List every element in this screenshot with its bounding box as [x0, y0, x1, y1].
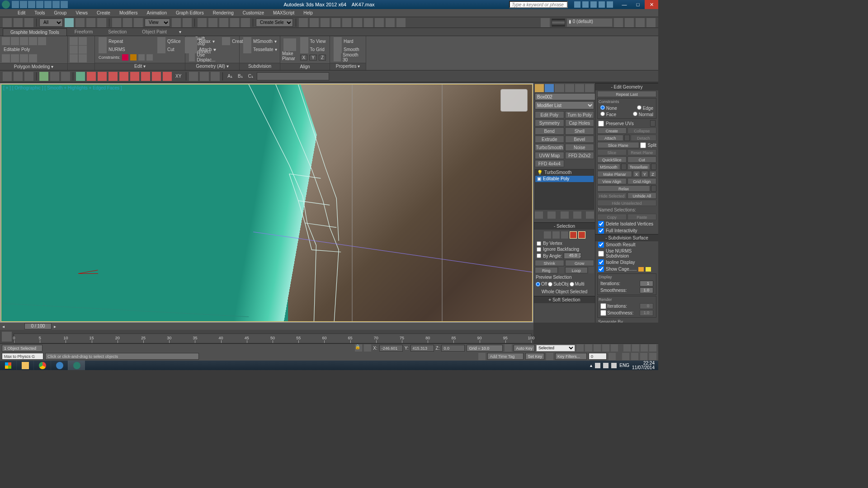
sel-polygon-icon[interactable]	[570, 231, 577, 239]
cut-button-panel[interactable]: Cut	[627, 156, 657, 163]
qat-dropdown-icon[interactable]	[61, 1, 68, 8]
viewcube[interactable]	[500, 89, 528, 112]
tray-expand-icon[interactable]: ▴	[590, 363, 592, 368]
named-selset-dropdown[interactable]: Create Selection Se	[256, 19, 293, 27]
viewalign-button[interactable]: View Align	[597, 178, 627, 184]
gridalign-button[interactable]: Grid Align	[627, 178, 657, 184]
menu-group[interactable]: Group	[50, 9, 71, 16]
attach-button[interactable]: Attach	[597, 135, 623, 141]
constraint-normal-radio[interactable]: Normal	[633, 112, 653, 117]
sel-border-icon[interactable]	[561, 231, 568, 239]
keyfilters-button[interactable]: Key Filters...	[555, 353, 587, 360]
poly-draw-icon[interactable]	[79, 46, 87, 54]
repeat-button[interactable]: Repeat	[97, 37, 155, 45]
menu-maxscript[interactable]: MAXScript	[269, 9, 298, 16]
close-button[interactable]: ✕	[645, 0, 658, 9]
qat-new-icon[interactable]	[12, 1, 19, 8]
mod-shell-button[interactable]: Shell	[565, 127, 594, 135]
smooth30-button[interactable]: Smooth 30	[332, 53, 364, 61]
mod-uvwmap-button[interactable]: UVW Map	[535, 152, 564, 159]
cut-button[interactable]: Cut	[156, 45, 182, 53]
axis-gizmo[interactable]	[78, 265, 105, 279]
label-c[interactable]: C₁	[246, 74, 255, 79]
display-tab[interactable]	[575, 84, 584, 92]
select-region-icon[interactable]	[86, 18, 95, 27]
menu-animation[interactable]: Animation	[142, 9, 170, 16]
disp-iter-spinner[interactable]: 1	[640, 281, 653, 286]
planar-z-button[interactable]: Z	[649, 171, 656, 177]
rotate-icon[interactable]	[123, 18, 132, 27]
namedsel-input[interactable]	[257, 72, 329, 80]
play-icon[interactable]	[594, 344, 601, 352]
assign-material-icon[interactable]	[614, 18, 623, 27]
material-slot[interactable]	[552, 19, 565, 27]
qat-save-icon[interactable]	[28, 1, 35, 8]
tessellate-button-panel[interactable]: Tessellate	[627, 164, 651, 170]
snaptool-1-icon[interactable]	[3, 72, 12, 81]
axis-x-icon[interactable]	[87, 72, 96, 81]
cage-color-1[interactable]	[638, 267, 644, 272]
coord-x[interactable]: -246.601	[379, 345, 403, 352]
preview-off-radio[interactable]: Off	[536, 282, 547, 286]
planar-x-button[interactable]: X	[633, 171, 640, 177]
goto-start-icon[interactable]	[576, 344, 584, 352]
generate-topo-icon[interactable]	[70, 46, 78, 54]
viewport-label[interactable]: [ + ] [ Orthographic ] [ Smooth + Highli…	[3, 85, 122, 90]
app-chrome[interactable]	[33, 361, 51, 370]
render-smooth-checkbox[interactable]	[600, 310, 606, 316]
menu-modifiers[interactable]: Modifiers	[115, 9, 142, 16]
addtimetag-button[interactable]: Add Time Tag	[487, 353, 524, 360]
sel-vertex-icon[interactable]	[544, 231, 551, 239]
ring-spinner[interactable]	[559, 267, 564, 273]
favorites-icon[interactable]	[599, 1, 605, 8]
ribbon-tab-selection[interactable]: Selection	[100, 28, 134, 36]
modifier-stack[interactable]: 💡TurboSmooth ▣Editable Poly	[535, 169, 594, 210]
refcoord-dropdown[interactable]: View	[145, 19, 170, 27]
unhideall-button[interactable]: Unhide All	[627, 192, 657, 199]
angle-spinner[interactable]: 45.0	[564, 253, 581, 259]
panel-label-polymodel[interactable]: Polygon Modeling ▾	[0, 63, 67, 70]
mod-extrude-button[interactable]: Extrude	[535, 136, 564, 143]
makeplanar-button-panel[interactable]: Make Planar	[597, 171, 632, 177]
menu-grapheditors[interactable]: Graph Editors	[172, 9, 208, 16]
mod-ffd4x4x4-button[interactable]: FFD 4x4x4	[535, 160, 564, 167]
ribbon-tab-graphite[interactable]: Graphite Modeling Tools	[3, 28, 67, 36]
msmooth-button-panel[interactable]: MSmooth	[597, 164, 620, 170]
snaptool-3-icon[interactable]	[24, 72, 33, 81]
qat-undo-icon[interactable]	[36, 1, 43, 8]
attach-setting-button[interactable]	[624, 135, 630, 141]
label-b[interactable]: B₁	[236, 74, 245, 79]
undo-icon[interactable]	[3, 18, 12, 27]
viewport-nav-3-icon[interactable]	[641, 344, 648, 352]
material-editor-icon[interactable]	[364, 18, 373, 27]
cage-color-2[interactable]	[646, 267, 651, 272]
tess-setting-button[interactable]	[651, 164, 656, 170]
quickslice-button[interactable]: QuickSlice	[597, 156, 627, 163]
material-options-icon[interactable]	[646, 18, 656, 27]
axis-screen-icon[interactable]	[163, 72, 172, 81]
modify-selection-icon[interactable]	[70, 37, 78, 45]
relax-button-panel[interactable]: Relax	[597, 185, 650, 192]
delisolated-checkbox[interactable]	[598, 221, 604, 227]
snap-icon[interactable]	[198, 18, 207, 27]
make-unique-icon[interactable]	[561, 211, 569, 219]
percent-snap-icon[interactable]	[219, 18, 228, 27]
axis-tool-icon[interactable]	[76, 72, 85, 81]
preview-subobj-radio[interactable]: SubObj	[548, 282, 568, 286]
time-ruler[interactable]: 0510152025303540455055606570758085909510…	[14, 333, 532, 343]
viewport-nav-5-icon[interactable]	[622, 353, 629, 360]
preserveuv-checkbox[interactable]	[598, 121, 604, 127]
isolate-icon[interactable]	[39, 72, 48, 81]
utilities-tab[interactable]	[585, 84, 594, 92]
constraint-none-icon[interactable]	[122, 54, 128, 61]
shrink-button[interactable]: Shrink	[535, 260, 564, 266]
expand-icon[interactable]: ▣	[537, 176, 541, 182]
toggle-result-icon[interactable]	[20, 54, 28, 62]
show-cage-icon[interactable]	[29, 54, 37, 62]
paint-tool-2-icon[interactable]	[200, 72, 209, 81]
element-icon[interactable]	[38, 37, 46, 45]
viewport-nav-1-icon[interactable]	[623, 344, 631, 352]
mod-symmetry-button[interactable]: Symmetry	[535, 119, 564, 127]
shift-icon[interactable]	[70, 54, 78, 62]
axis-z-icon[interactable]	[108, 72, 118, 81]
